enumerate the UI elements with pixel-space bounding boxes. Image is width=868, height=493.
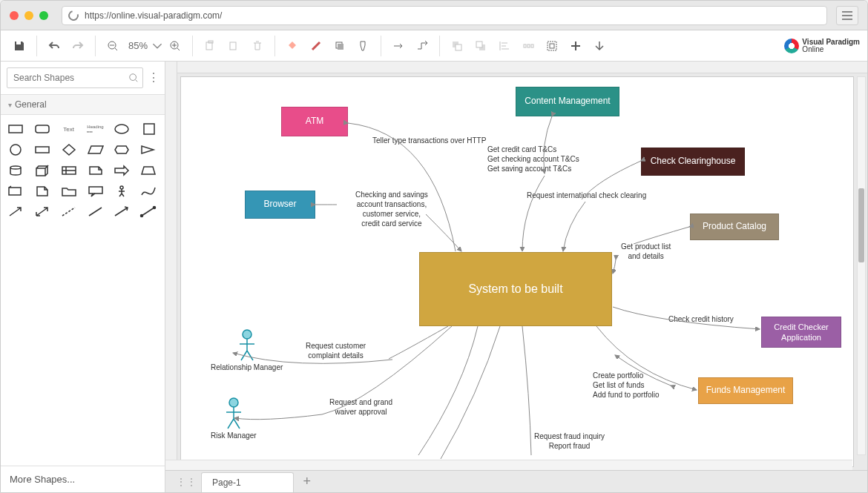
shape-line-arrow[interactable] (111, 204, 132, 220)
sidebar-options-icon[interactable]: ⋮ (148, 72, 160, 84)
actor-relationship-manager[interactable]: Relationship Manager (211, 329, 283, 371)
node-funds-mgmt[interactable]: Funds Management (698, 377, 793, 404)
node-clearinghouse[interactable]: Check Clearinghouse (641, 148, 745, 176)
sidebar: ⋮ General Text Heading━━ (1, 62, 165, 492)
add-button[interactable] (565, 35, 587, 57)
shape-process[interactable] (32, 142, 53, 158)
line-color-button[interactable] (305, 35, 327, 57)
scrollbar-vertical[interactable] (857, 76, 866, 455)
node-browser[interactable]: Browser (245, 191, 315, 219)
shape-square[interactable] (138, 121, 159, 137)
actor-risk-manager[interactable]: Risk Manager (211, 397, 257, 440)
maximize-window-icon[interactable] (39, 11, 48, 20)
svg-rect-17 (9, 125, 22, 133)
svg-rect-25 (89, 187, 102, 193)
fill-color-button[interactable] (281, 35, 303, 57)
shape-diamond[interactable] (59, 142, 79, 158)
minimize-window-icon[interactable] (24, 11, 33, 20)
canvas[interactable]: ATM Content Management Browser Check Cle… (180, 76, 854, 467)
distribute-button[interactable] (517, 35, 539, 57)
menu-button[interactable] (836, 6, 858, 25)
align-button[interactable] (493, 35, 516, 57)
close-window-icon[interactable] (10, 11, 19, 20)
more-shapes-button[interactable]: More Shapes... (1, 466, 165, 492)
shape-document[interactable] (32, 183, 53, 199)
export-button[interactable] (588, 35, 611, 57)
drag-handle-icon[interactable]: ⋮⋮ (171, 476, 201, 488)
node-cms[interactable]: Content Management (516, 87, 619, 116)
zoom-dropdown-icon[interactable] (152, 35, 162, 57)
node-credit-checker[interactable]: Credit Checker Application (761, 317, 841, 348)
svg-rect-18 (36, 125, 49, 133)
toolbar: 85% Visual ParadigmOnline (1, 30, 867, 62)
label-credit: Check credit history (668, 314, 734, 324)
svg-rect-22 (36, 147, 49, 153)
undo-button[interactable] (43, 35, 65, 57)
shape-actor[interactable] (111, 183, 132, 199)
shape-trapezoid[interactable] (138, 162, 159, 179)
zoom-level[interactable]: 85% (125, 40, 151, 51)
shape-heading[interactable]: Heading━━ (85, 121, 106, 137)
shape-hexagon[interactable] (111, 142, 132, 158)
node-system[interactable]: System to be built (419, 252, 612, 326)
reload-icon[interactable] (66, 8, 80, 22)
shape-curve[interactable] (138, 183, 159, 199)
waypoint-style-button[interactable] (411, 35, 433, 57)
scrollbar-horizontal[interactable] (165, 460, 852, 470)
url-bar[interactable]: https://online.visual-paradigm.com/ (62, 6, 827, 25)
label-tandc: Get credit card T&Cs Get checking accoun… (487, 145, 579, 173)
shape-connector[interactable] (138, 204, 159, 220)
shape-callout[interactable] (85, 183, 106, 199)
shape-triangle[interactable] (138, 142, 159, 158)
paste-button[interactable] (223, 35, 245, 57)
svg-rect-15 (550, 44, 554, 48)
svg-rect-8 (456, 44, 461, 50)
search-icon (128, 73, 139, 83)
ruler-horizontal (177, 62, 867, 73)
shadow-button[interactable] (329, 35, 351, 57)
category-general[interactable]: General (1, 94, 165, 115)
svg-rect-13 (531, 44, 533, 47)
add-page-button[interactable]: + (297, 473, 318, 491)
zoom-out-button[interactable] (102, 35, 124, 57)
svg-rect-20 (144, 124, 154, 134)
search-input[interactable] (7, 67, 143, 88)
shape-parallelogram[interactable] (85, 142, 106, 158)
page-tabs: ⋮⋮ Page-1 + (165, 470, 867, 492)
save-button[interactable] (8, 35, 30, 57)
delete-button[interactable] (246, 35, 269, 57)
redo-button[interactable] (67, 35, 89, 57)
shape-circle[interactable] (5, 142, 26, 158)
svg-point-19 (115, 125, 128, 133)
shape-rounded-rect[interactable] (32, 121, 53, 137)
zoom-in-button[interactable] (164, 35, 186, 57)
shape-card[interactable] (5, 183, 26, 199)
to-front-button[interactable] (446, 35, 468, 57)
label-intl: Request international check clearing (527, 191, 646, 200)
shape-line[interactable] (85, 204, 106, 220)
shape-rectangle[interactable] (5, 121, 26, 137)
shape-cube[interactable] (32, 162, 53, 179)
label-fraud: Request fraud inquiry Report fraud (534, 431, 605, 451)
to-back-button[interactable] (470, 35, 492, 57)
scrollbar-thumb[interactable] (858, 188, 864, 262)
page-tab[interactable]: Page-1 (201, 472, 294, 492)
node-atm[interactable]: ATM (281, 107, 348, 136)
shape-arrow-right[interactable] (111, 162, 132, 179)
shape-step[interactable] (59, 162, 79, 179)
node-product-catalog[interactable]: Product Catalog (690, 214, 779, 240)
shape-arrow-diag[interactable] (5, 204, 26, 220)
connector-style-button[interactable] (387, 35, 410, 57)
copy-button[interactable] (199, 35, 221, 57)
svg-point-30 (229, 398, 238, 407)
shape-folder[interactable] (59, 183, 79, 199)
shape-arrow-bidir[interactable] (32, 204, 53, 220)
shape-palette: Text Heading━━ (1, 115, 165, 226)
shape-cylinder[interactable] (5, 162, 26, 179)
shape-note[interactable] (85, 162, 106, 179)
shape-line-dashed[interactable] (59, 204, 79, 220)
shape-text[interactable]: Text (59, 121, 79, 137)
shape-ellipse[interactable] (111, 121, 132, 137)
format-painter-button[interactable] (352, 35, 375, 57)
fit-page-button[interactable] (541, 35, 563, 57)
